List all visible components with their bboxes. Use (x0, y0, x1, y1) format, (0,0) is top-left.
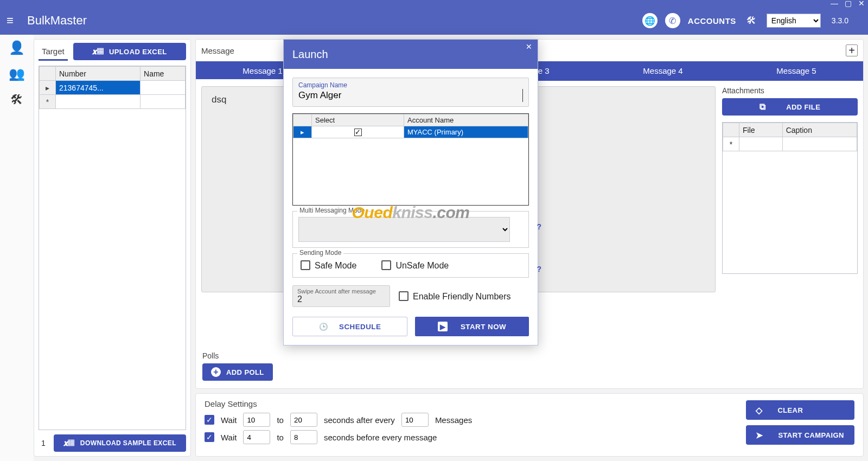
accounts-label[interactable]: ACCOUNTS (688, 16, 736, 25)
language-select[interactable]: English (767, 14, 821, 28)
table-row-new[interactable]: * (723, 137, 857, 151)
cell-name[interactable] (141, 81, 186, 95)
eraser-icon: ◇ (756, 405, 762, 415)
excel-icon: 𝙭⁢▦ (63, 438, 75, 448)
table-row-new[interactable]: * (40, 95, 186, 109)
page-number: 1 (39, 439, 48, 447)
sending-mode-legend: Sending Mode (297, 249, 343, 257)
target-grid[interactable]: Number Name ▸ 213674745... * (39, 66, 186, 430)
close-window-icon[interactable]: ✕ (858, 0, 865, 7)
clock-icon: 🕒 (319, 323, 329, 331)
send-icon: ➤ (756, 430, 763, 440)
delay-panel: Delay Settings ✓ Wait to seconds after e… (195, 393, 864, 457)
account-checkbox[interactable]: ✓ (312, 126, 404, 138)
col-number: Number (56, 67, 141, 81)
polls-label: Polls (202, 351, 857, 360)
add-message-icon[interactable]: + (846, 44, 858, 56)
help-icon[interactable]: ? (537, 222, 541, 231)
delay-row1-check[interactable]: ✓ (205, 415, 214, 425)
add-file-label: ADD FILE (786, 103, 820, 111)
sidebar: 👤 👥 🛠 (0, 35, 34, 461)
close-icon[interactable]: ✕ (526, 42, 532, 51)
launch-modal: Launch ✕ Campaign Name Select Account (283, 39, 538, 345)
safe-mode-check[interactable]: Safe Mode (301, 260, 356, 271)
attachment-grid[interactable]: File Caption * (722, 122, 858, 274)
maximize-icon[interactable]: ▢ (845, 0, 852, 7)
tools-icon[interactable]: 🛠 (744, 13, 759, 28)
delay-b1[interactable] (290, 413, 317, 427)
excel-icon: 𝙭⁢▦ (92, 47, 104, 56)
target-panel: Target 𝙭⁢▦ UPLOAD EXCEL Number Name ▸ 21… (34, 39, 191, 457)
sidebar-item-tools[interactable]: 🛠 (10, 92, 23, 107)
start-now-label: START NOW (461, 323, 506, 331)
campaign-label: Campaign Name (298, 81, 523, 89)
tab-message-4[interactable]: Message 4 (596, 61, 730, 81)
play-icon: ▶ (438, 322, 448, 331)
target-tab[interactable]: Target (39, 42, 68, 61)
sidebar-item-person[interactable]: 👤 (9, 40, 25, 55)
account-row[interactable]: ▸ ✓ MYACC (Primary) (293, 126, 528, 138)
launch-title: Launch (292, 48, 328, 61)
add-file-button[interactable]: ⧉ ADD FILE (722, 98, 858, 116)
clear-label: CLEAR (777, 406, 803, 414)
app-title: BulkMaster (27, 14, 87, 28)
delay-text1: seconds after every (324, 415, 395, 425)
tab-message-5[interactable]: Message 5 (730, 61, 863, 81)
download-sample-button[interactable]: 𝙭⁢▦ DOWNLOAD SAMPLE EXCEL (54, 434, 186, 452)
col-account-name: Account Name (404, 114, 528, 126)
download-sample-label: DOWNLOAD SAMPLE EXCEL (80, 439, 176, 447)
multi-mode-select[interactable] (298, 217, 510, 242)
account-name-cell: MYACC (Primary) (404, 126, 528, 138)
to-label-2: to (277, 433, 284, 442)
add-poll-label: ADD POLL (226, 368, 264, 376)
wait-label: Wait (221, 415, 237, 425)
messages-label: Messages (435, 415, 472, 425)
multi-mode-legend: Multi Messaging Mode (297, 207, 367, 214)
hamburger-icon[interactable]: ≡ (7, 14, 20, 28)
swipe-account-input[interactable]: Swipe Account after message 2 (292, 285, 390, 307)
col-file: File (739, 123, 783, 137)
delay-c1[interactable] (401, 413, 429, 427)
whatsapp-icon[interactable]: ✆ (665, 13, 680, 28)
minimize-icon[interactable]: — (831, 0, 838, 7)
plus-icon: + (211, 367, 221, 377)
add-poll-button[interactable]: + ADD POLL (202, 363, 273, 381)
unsafe-mode-check[interactable]: UnSafe Mode (381, 260, 449, 271)
to-label: to (277, 415, 284, 425)
version-label: 3.3.0 (828, 16, 861, 25)
delay-a2[interactable] (243, 430, 270, 444)
upload-excel-label: UPLOAD EXCEL (109, 48, 167, 56)
delay-b2[interactable] (290, 430, 317, 444)
upload-excel-button[interactable]: 𝙭⁢▦ UPLOAD EXCEL (73, 43, 186, 60)
delay-text2: seconds before every message (324, 433, 437, 442)
start-now-button[interactable]: ▶ START NOW (415, 317, 529, 336)
app-toolbar: ≡ BulkMaster 🌐 ✆ ACCOUNTS 🛠 English 3.3.… (0, 7, 868, 35)
help-icon[interactable]: ? (537, 265, 541, 273)
cell-number[interactable]: 213674745... (56, 81, 141, 95)
window-title-bar: — ▢ ✕ (0, 0, 868, 7)
wait-label-2: Wait (221, 433, 237, 442)
col-name: Name (141, 67, 186, 81)
attachments-label: Attachments (722, 86, 858, 95)
col-select: Select (312, 114, 404, 126)
schedule-label: SCHEDULE (339, 323, 381, 331)
col-caption: Caption (782, 123, 857, 137)
campaign-name-input[interactable] (298, 89, 523, 102)
globe-icon[interactable]: 🌐 (642, 13, 658, 28)
start-campaign-button[interactable]: ➤ START CAMPAIGN (746, 425, 854, 445)
open-icon: ⧉ (760, 102, 765, 112)
delay-row2-check[interactable]: ✓ (205, 432, 214, 442)
account-grid[interactable]: Select Account Name ▸ ✓ MYACC (Primary) (292, 113, 529, 206)
friendly-numbers-check[interactable]: Enable Friendly Numbers (399, 291, 511, 302)
schedule-button[interactable]: 🕒 SCHEDULE (292, 317, 407, 336)
delay-a1[interactable] (243, 413, 270, 427)
clear-button[interactable]: ◇ CLEAR (746, 400, 854, 420)
sidebar-item-group[interactable]: 👥 (9, 66, 25, 81)
start-label: START CAMPAIGN (778, 431, 844, 439)
table-row[interactable]: ▸ 213674745... (40, 81, 186, 95)
message-header: Message (201, 46, 234, 55)
